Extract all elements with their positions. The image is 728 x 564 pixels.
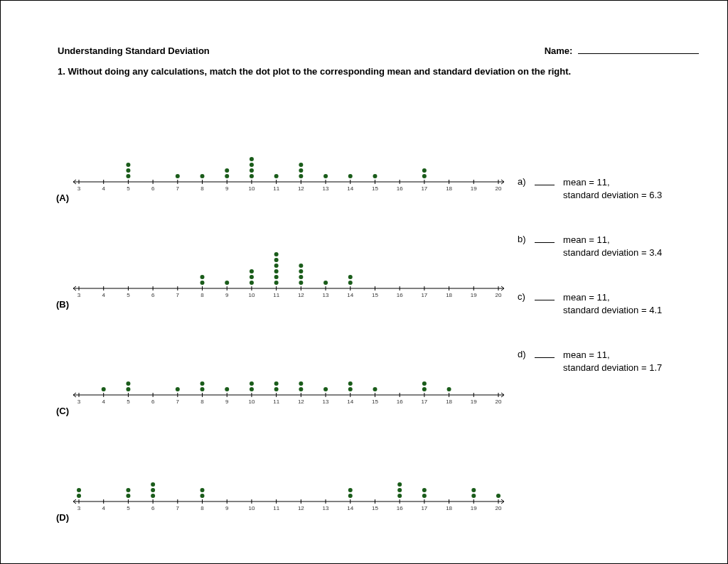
svg-text:9: 9 (225, 398, 229, 405)
svg-text:4: 4 (102, 505, 105, 511)
name-label: Name: (545, 45, 573, 56)
dotplots-column: 34567891011121314151617181920(A)34567891… (58, 98, 518, 524)
svg-text:14: 14 (347, 292, 353, 298)
svg-point-174 (299, 381, 303, 386)
svg-point-162 (102, 387, 106, 391)
svg-point-45 (200, 174, 205, 178)
svg-point-223 (77, 494, 81, 498)
svg-point-102 (200, 281, 205, 285)
option-text: mean = 11,standard deviation = 6.3 (563, 176, 662, 201)
svg-point-116 (299, 269, 303, 273)
svg-text:18: 18 (446, 398, 452, 405)
svg-text:5: 5 (127, 505, 130, 511)
svg-point-164 (126, 381, 130, 386)
svg-text:3: 3 (77, 398, 81, 405)
svg-point-226 (126, 488, 130, 492)
name-field: Name: (545, 43, 699, 56)
svg-point-41 (126, 174, 130, 178)
plot-label: (B) (56, 299, 69, 310)
svg-text:20: 20 (496, 505, 502, 511)
svg-point-239 (471, 494, 476, 498)
svg-text:19: 19 (471, 398, 477, 405)
svg-point-60 (422, 168, 427, 173)
worksheet-title: Understanding Standard Deviation (58, 45, 210, 56)
answer-blank[interactable] (535, 291, 555, 300)
dotplot: 34567891011121314151617181920(B) (58, 205, 518, 311)
svg-point-163 (126, 387, 130, 391)
svg-point-104 (225, 281, 229, 285)
option-key: d) (518, 349, 532, 359)
svg-point-240 (471, 488, 476, 492)
svg-point-57 (348, 174, 353, 178)
svg-text:20: 20 (496, 185, 502, 192)
svg-point-241 (496, 494, 500, 498)
svg-text:15: 15 (372, 505, 378, 511)
svg-point-46 (225, 174, 229, 178)
answer-blank[interactable] (535, 234, 555, 243)
svg-text:11: 11 (273, 398, 279, 405)
svg-point-237 (422, 494, 427, 498)
dotplot: 34567891011121314151617181920(C) (58, 311, 518, 418)
svg-text:7: 7 (176, 292, 180, 298)
svg-text:8: 8 (200, 292, 204, 298)
svg-text:7: 7 (176, 185, 180, 192)
svg-point-176 (348, 387, 353, 391)
svg-text:11: 11 (273, 185, 279, 192)
svg-text:6: 6 (151, 292, 155, 298)
option-key: a) (518, 176, 532, 187)
svg-point-106 (250, 275, 254, 279)
dotplot-svg: 34567891011121314151617181920 (58, 418, 513, 524)
svg-text:12: 12 (298, 185, 304, 192)
svg-text:7: 7 (176, 505, 180, 511)
answer-option: b)mean = 11,standard deviation = 3.4 (518, 234, 699, 259)
svg-text:10: 10 (248, 185, 255, 192)
svg-text:15: 15 (372, 398, 378, 405)
svg-point-224 (77, 488, 81, 492)
option-key: c) (518, 291, 532, 302)
plot-label: (C) (56, 406, 69, 416)
svg-point-55 (299, 163, 303, 167)
svg-text:6: 6 (151, 398, 155, 405)
options-column: a)mean = 11,standard deviation = 6.3b)me… (518, 98, 699, 524)
svg-text:19: 19 (471, 505, 477, 511)
svg-point-52 (274, 174, 279, 178)
svg-point-234 (397, 494, 402, 498)
svg-text:17: 17 (421, 185, 427, 192)
svg-text:11: 11 (273, 505, 279, 511)
name-blank[interactable] (578, 43, 699, 54)
svg-point-181 (447, 387, 451, 391)
svg-text:14: 14 (347, 185, 353, 192)
answer-option: a)mean = 11,standard deviation = 6.3 (518, 176, 699, 201)
svg-point-42 (126, 168, 130, 173)
svg-text:12: 12 (298, 505, 304, 511)
svg-point-43 (126, 163, 130, 167)
svg-text:15: 15 (372, 185, 378, 192)
svg-point-119 (348, 281, 353, 285)
svg-point-44 (176, 174, 180, 178)
svg-text:14: 14 (347, 505, 353, 511)
svg-text:4: 4 (102, 185, 105, 192)
svg-text:6: 6 (151, 185, 155, 192)
svg-point-107 (250, 269, 254, 273)
svg-point-108 (274, 281, 279, 285)
svg-text:10: 10 (248, 292, 255, 298)
svg-point-230 (200, 494, 205, 498)
plot-label: (D) (56, 512, 69, 523)
svg-point-49 (250, 168, 254, 173)
svg-text:5: 5 (127, 185, 130, 192)
svg-point-173 (299, 387, 303, 391)
dotplot-svg: 34567891011121314151617181920 (58, 98, 513, 205)
option-text: mean = 11,standard deviation = 1.7 (563, 349, 662, 374)
svg-point-165 (176, 387, 180, 391)
answer-blank[interactable] (535, 176, 555, 185)
svg-point-228 (151, 488, 155, 492)
svg-text:13: 13 (323, 185, 329, 192)
svg-point-111 (274, 264, 279, 268)
svg-text:10: 10 (248, 398, 255, 405)
svg-text:5: 5 (127, 398, 130, 405)
svg-point-236 (397, 482, 402, 487)
dotplot-svg: 34567891011121314151617181920 (58, 311, 513, 418)
svg-point-58 (373, 174, 377, 178)
answer-blank[interactable] (535, 349, 555, 358)
svg-text:20: 20 (496, 292, 502, 298)
